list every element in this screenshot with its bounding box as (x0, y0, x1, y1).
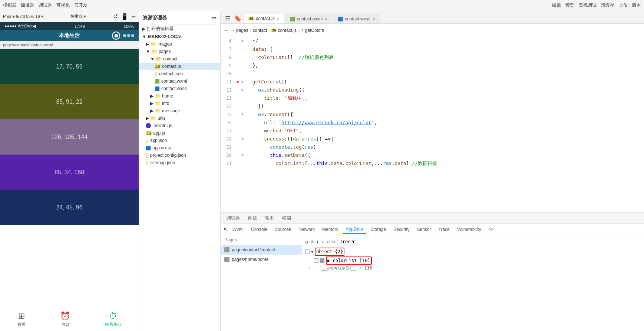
page-title: 本地生活 (59, 32, 80, 39)
debug-sub-tab-security[interactable]: Security (390, 225, 412, 234)
toolbar-edit[interactable]: 编辑 (552, 2, 561, 9)
tree-label-app-js: app.js (153, 130, 165, 136)
collapse-all-icon[interactable]: ↓ (321, 239, 324, 245)
tree-item-contact-folder[interactable]: ▼ 📂 contact (139, 55, 220, 63)
colorlist-checkbox[interactable] (314, 258, 318, 263)
forward-btn[interactable]: → (230, 28, 235, 33)
project-section[interactable]: ▼ MKBK02-LOCAL (139, 33, 220, 40)
add-data-icon[interactable]: ⊕ (310, 239, 313, 245)
tab-contact-wxss-close[interactable]: ✕ (372, 17, 375, 21)
toolbar-simulator[interactable]: 模拟器 (3, 2, 16, 9)
tree-item-message[interactable]: ▶ 📁 message (139, 107, 220, 115)
toolbar-cloud[interactable]: 云开发 (74, 2, 87, 9)
device-selector[interactable]: Phone 6/7/8 85% 16 ▾ (3, 14, 43, 19)
refresh-data-icon[interactable]: ↺ (305, 239, 308, 245)
code-line-18: 18 ▼ success:({data:res}) =>{ (221, 135, 644, 143)
tab-contact-js[interactable]: JS contact.js ✕ (244, 14, 284, 23)
debug-sub-tab-memory[interactable]: Memory (319, 225, 341, 234)
toolbar-device-debug[interactable]: 真机调试 (579, 2, 597, 9)
debug-tab-debugger[interactable]: 调试器 (224, 214, 243, 223)
tree-item-pages[interactable]: ▼ 📁 pages (139, 48, 220, 55)
device-frame-btn[interactable]: 📱 (121, 13, 128, 20)
nav-contact[interactable]: ⏱ 联系我们 (105, 311, 121, 327)
editor-tabs: ☰ 🔖 JS contact.js ✕ 🟩 contact.wxml ✕ 🟦 c… (221, 11, 644, 24)
tree-item-project-config[interactable]: {} project.config.json (139, 152, 220, 159)
tab-contact-wxss[interactable]: 🟦 contact.wxss ✕ (333, 14, 380, 23)
debug-sub-tab-sources[interactable]: Sources (272, 225, 294, 234)
tree-item-info[interactable]: ▶ 📁 info (139, 100, 220, 107)
toolbar-version[interactable]: 版本 (632, 2, 641, 9)
tree-item-utils[interactable]: ▶ 📁 utils (139, 115, 220, 122)
tree-item-contact-wxml[interactable]: 🟩 contact.wxml (139, 77, 220, 85)
object-tree: ▼ object {2} ▶ colorList [10] (305, 248, 641, 271)
tab-contact-wxss-label: contact.wxss (345, 16, 370, 21)
tab-contact-wxml-close[interactable]: ✕ (324, 17, 327, 21)
record-button[interactable]: ⏺ (112, 32, 120, 40)
webviewid-checkbox[interactable] (310, 266, 314, 270)
folder-info-icon: 📁 (155, 101, 161, 106)
debug-sub-tab-more[interactable]: >> (486, 225, 497, 234)
hot-reload[interactable]: 热重载 ▾ (70, 14, 86, 19)
toolbar-upload[interactable]: 上传 (619, 2, 628, 9)
debug-sub-tabs: ↖ Wxml Console Sources Network Memory Ap… (221, 224, 644, 235)
toolbar-debugger[interactable]: 调试器 (39, 2, 52, 9)
tree-item-home[interactable]: ▶ 📁 home (139, 92, 220, 100)
tree-item-eslintrc[interactable]: .eslintrc.js (139, 122, 220, 129)
page-contact-icon (224, 247, 229, 252)
expand-all-icon[interactable]: ↑ (316, 239, 319, 245)
toolbar-clear-cache[interactable]: 清缓存 (601, 2, 614, 9)
tree-item-app-js[interactable]: JS app.js (139, 129, 220, 137)
tree-item-images[interactable]: ▶ 📁 images (139, 40, 220, 48)
tree-item-sitemap[interactable]: {} sitemap.json (139, 159, 220, 166)
debug-sub-tab-appdata[interactable]: AppData (343, 225, 366, 234)
tab-contact-wxml[interactable]: 🟩 contact.wxml ✕ (285, 14, 332, 23)
tree-item-app-json[interactable]: {} app.json (139, 137, 220, 144)
debug-tab-problems[interactable]: 问题 (245, 214, 260, 223)
tree-item-contact-json[interactable]: {} contact.json (139, 70, 220, 77)
more-btn[interactable]: ••• (131, 14, 136, 19)
open-editors-section[interactable]: ▶ 打开的编辑器 (139, 24, 220, 33)
refresh-btn[interactable]: ↺ (113, 13, 118, 20)
editor-panel: ☰ 🔖 JS contact.js ✕ 🟩 contact.wxml ✕ 🟦 c… (221, 11, 644, 331)
toolbar-preview[interactable]: 预览 (565, 2, 574, 9)
redo-icon[interactable]: ↪ (332, 239, 335, 245)
debug-sub-tab-network[interactable]: Network (295, 225, 318, 234)
code-editor[interactable]: 6 ▼ */ 7 data: { 8 colorList:[] //随机颜色列表 (221, 37, 644, 212)
debug-panel: 调试器 问题 输出 终端 ↖ Wxml Console Sources Netw… (221, 212, 644, 331)
json-file-icon: {} (155, 71, 158, 76)
sidebar-toggle-icon[interactable]: ☰ (224, 13, 232, 23)
debug-page-contact[interactable]: pages/contact/contact (221, 245, 302, 255)
obj-expand-icon[interactable]: ▼ (311, 250, 313, 254)
toolbar-editor[interactable]: 编辑器 (21, 2, 34, 9)
debug-page-home[interactable]: pages/home/home (221, 255, 302, 264)
debug-tab-output[interactable]: 输出 (262, 214, 277, 223)
bookmark-icon[interactable]: 🔖 (232, 13, 243, 23)
tree-dropdown[interactable]: Tree ▼ (337, 238, 357, 245)
debug-sub-tab-sensor[interactable]: Sensor (414, 225, 434, 234)
undo-icon[interactable]: ↩ (327, 239, 330, 245)
tree-label-eslintrc: .eslintrc.js (152, 123, 172, 128)
tree-label-project-config: project.config.json (150, 153, 186, 158)
debug-sub-tab-storage[interactable]: Storage (367, 225, 389, 234)
tab-contact-js-close[interactable]: ✕ (277, 17, 280, 21)
debug-tab-terminal[interactable]: 终端 (279, 214, 294, 223)
code-line-13: 13 title: '加载中', (221, 94, 644, 102)
home-expand-icon: ▶ (150, 93, 153, 99)
debug-sub-tab-console[interactable]: Console (248, 225, 270, 234)
colorlist-label[interactable]: ▶ colorList [10] (327, 258, 370, 263)
debug-sub-tab-vulnerability[interactable]: Vulnerability (454, 225, 484, 234)
folder-images-icon: 📁 (151, 42, 156, 47)
debug-sub-tab-trace[interactable]: Trace (436, 225, 453, 234)
tree-item-contact-wxss[interactable]: 🟦 contact.wxss (139, 85, 220, 92)
back-btn[interactable]: ← (224, 28, 229, 33)
obj-checkbox[interactable] (305, 249, 310, 254)
tree-item-app-wxss[interactable]: 🟦 app.wxss (139, 144, 220, 152)
file-panel-more[interactable]: ••• (211, 15, 217, 20)
dots-menu[interactable] (123, 34, 134, 37)
debug-sub-tab-cursor[interactable]: ↖ (224, 226, 228, 232)
toolbar-visualize[interactable]: 可视化 (56, 2, 70, 9)
nav-home[interactable]: ⊞ 首页 (17, 311, 26, 327)
tree-item-contact-js[interactable]: JS contact.js (139, 63, 220, 70)
debug-sub-tab-wxml[interactable]: Wxml (229, 225, 247, 234)
nav-info[interactable]: ⏰ 信息 (60, 311, 70, 327)
